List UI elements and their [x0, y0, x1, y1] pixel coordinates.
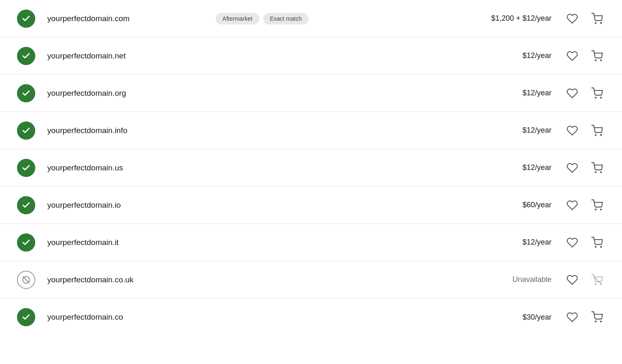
domain-row: yourperfectdomain.co$30/year — [0, 298, 622, 336]
svg-point-13 — [600, 246, 601, 247]
available-icon — [17, 9, 36, 28]
wishlist-button[interactable] — [564, 85, 581, 102]
domain-price: $12/year — [469, 51, 552, 60]
available-icon — [17, 308, 36, 327]
wishlist-button[interactable] — [564, 234, 581, 251]
available-icon — [17, 233, 36, 252]
domain-price: $12/year — [469, 89, 552, 97]
domain-actions — [564, 197, 605, 214]
domain-actions — [564, 160, 605, 176]
wishlist-button[interactable] — [564, 197, 581, 214]
domain-row: yourperfectdomain.co.ukUnavailable — [0, 261, 622, 298]
available-icon — [17, 121, 36, 140]
domain-price: $60/year — [469, 201, 552, 209]
domain-row: yourperfectdomain.comAftermarketExact ma… — [0, 0, 622, 37]
svg-point-11 — [600, 209, 601, 210]
domain-price: $30/year — [469, 313, 552, 322]
svg-point-4 — [595, 97, 596, 98]
domain-actions — [564, 234, 605, 251]
add-to-cart-button — [589, 272, 605, 288]
available-icon — [17, 158, 36, 177]
wishlist-button[interactable] — [564, 309, 581, 325]
domain-price: Unavailable — [469, 275, 552, 284]
domain-row: yourperfectdomain.info$12/year — [0, 112, 622, 149]
svg-point-8 — [595, 172, 596, 172]
domain-actions — [564, 48, 605, 64]
svg-point-2 — [595, 60, 596, 61]
domain-name: yourperfectdomain.org — [47, 89, 258, 98]
svg-point-5 — [600, 97, 601, 98]
domain-row: yourperfectdomain.net$12/year — [0, 37, 622, 75]
domain-name: yourperfectdomain.us — [47, 163, 258, 172]
svg-point-17 — [600, 284, 601, 284]
domain-row: yourperfectdomain.io$60/year — [0, 187, 622, 224]
svg-point-7 — [600, 134, 601, 135]
domain-actions — [564, 122, 605, 139]
domain-price: $1,200 + $12/year — [469, 14, 552, 23]
unavailable-icon — [17, 270, 36, 289]
domain-name: yourperfectdomain.co.uk — [47, 275, 258, 284]
add-to-cart-button[interactable] — [589, 197, 605, 214]
domain-row: yourperfectdomain.org$12/year — [0, 75, 622, 112]
domain-badge: Aftermarket — [216, 13, 259, 24]
add-to-cart-button[interactable] — [589, 85, 605, 102]
domain-row: yourperfectdomain.us$12/year — [0, 149, 622, 187]
svg-point-12 — [595, 246, 596, 247]
svg-point-6 — [595, 134, 596, 135]
svg-point-1 — [600, 22, 601, 23]
wishlist-button[interactable] — [564, 10, 581, 27]
wishlist-button[interactable] — [564, 48, 581, 64]
domain-name: yourperfectdomain.com — [47, 14, 207, 23]
domain-name: yourperfectdomain.it — [47, 238, 258, 247]
svg-point-10 — [595, 209, 596, 210]
domain-actions — [564, 272, 605, 288]
domain-actions — [564, 309, 605, 325]
domain-list: yourperfectdomain.comAftermarketExact ma… — [0, 0, 622, 336]
domain-name: yourperfectdomain.net — [47, 51, 258, 61]
domain-badges: AftermarketExact match — [216, 13, 308, 24]
domain-actions — [564, 10, 605, 27]
svg-point-16 — [595, 284, 596, 284]
svg-point-3 — [600, 60, 601, 61]
available-icon — [17, 84, 36, 103]
add-to-cart-button[interactable] — [589, 122, 605, 139]
svg-point-20 — [600, 321, 601, 322]
svg-point-19 — [595, 321, 596, 322]
add-to-cart-button[interactable] — [589, 10, 605, 27]
svg-point-0 — [595, 22, 596, 23]
available-icon — [17, 46, 36, 66]
domain-badge: Exact match — [263, 13, 309, 24]
domain-price: $12/year — [469, 126, 552, 135]
domain-price: $12/year — [469, 238, 552, 247]
add-to-cart-button[interactable] — [589, 309, 605, 325]
add-to-cart-button[interactable] — [589, 234, 605, 251]
svg-point-9 — [600, 172, 601, 172]
domain-name: yourperfectdomain.io — [47, 201, 258, 210]
domain-price: $12/year — [469, 163, 552, 172]
domain-name: yourperfectdomain.info — [47, 126, 258, 135]
add-to-cart-button[interactable] — [589, 160, 605, 176]
domain-row: yourperfectdomain.it$12/year — [0, 224, 622, 261]
available-icon — [17, 196, 36, 215]
domain-name: yourperfectdomain.co — [47, 313, 258, 322]
wishlist-button[interactable] — [564, 272, 581, 288]
wishlist-button[interactable] — [564, 160, 581, 176]
add-to-cart-button[interactable] — [589, 48, 605, 64]
domain-actions — [564, 85, 605, 102]
wishlist-button[interactable] — [564, 122, 581, 139]
